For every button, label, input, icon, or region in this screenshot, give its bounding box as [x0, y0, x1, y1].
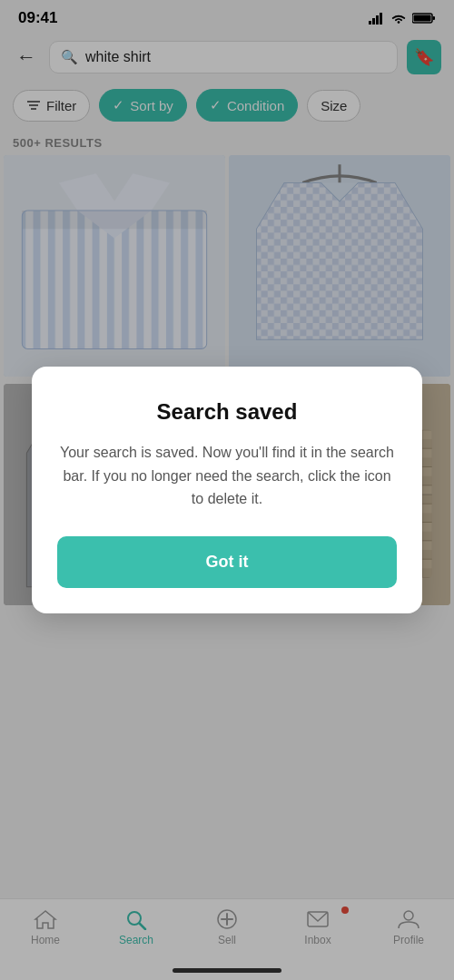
- search-saved-modal: Search saved Your search is saved. Now y…: [32, 367, 422, 613]
- modal-body: Your search is saved. Now you'll find it…: [57, 441, 397, 511]
- modal-overlay: Search saved Your search is saved. Now y…: [0, 0, 454, 980]
- modal-title: Search saved: [57, 399, 397, 425]
- got-it-button[interactable]: Got it: [57, 536, 397, 588]
